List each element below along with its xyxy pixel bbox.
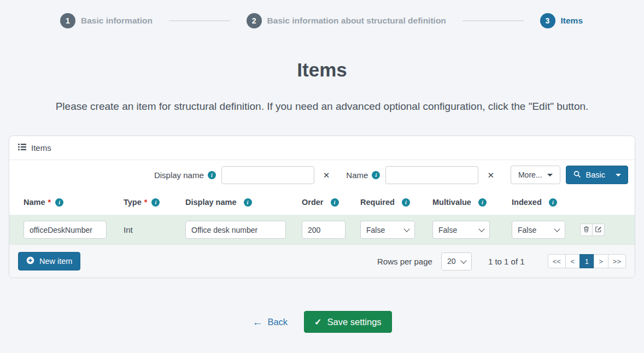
step-items[interactable]: 3 Items xyxy=(540,13,583,28)
info-icon[interactable] xyxy=(549,198,557,207)
clear-name-filter-button[interactable]: ✕ xyxy=(484,170,497,180)
clear-display-name-filter-button[interactable]: ✕ xyxy=(320,170,333,180)
display-name-filter-label: Display name xyxy=(154,170,216,180)
delete-item-button[interactable] xyxy=(580,223,593,236)
info-icon[interactable] xyxy=(478,198,487,207)
new-item-button[interactable]: New item xyxy=(18,252,80,270)
plus-circle-icon xyxy=(26,256,34,266)
panel-title: Items xyxy=(31,143,51,152)
pagination-first-button[interactable]: << xyxy=(548,254,566,268)
column-header-order: Order xyxy=(302,198,360,207)
name-filter-label: Name xyxy=(346,170,380,180)
step-label: Basic information about structural defin… xyxy=(267,16,446,26)
info-icon[interactable] xyxy=(331,198,339,207)
back-link[interactable]: ← Back xyxy=(252,317,288,327)
step-number-badge: 1 xyxy=(60,13,75,28)
caret-down-icon xyxy=(616,174,621,176)
item-order-input[interactable] xyxy=(302,221,346,239)
info-icon[interactable] xyxy=(55,198,63,207)
search-mode-label: Basic xyxy=(586,170,605,179)
close-icon: ✕ xyxy=(487,170,494,180)
item-indexed-select[interactable]: False xyxy=(512,221,565,239)
column-header-type: Type* xyxy=(124,198,185,207)
page-subtitle: Please create an item for structural def… xyxy=(0,101,644,113)
items-panel: Items Display name ✕ Name ✕ More... xyxy=(9,136,635,278)
step-connector-line xyxy=(462,20,524,21)
table-row: Int False False False xyxy=(9,215,635,244)
item-required-select[interactable]: False xyxy=(360,221,415,239)
edit-item-button[interactable] xyxy=(592,223,605,236)
step-basic-information[interactable]: 1 Basic information xyxy=(60,13,153,28)
pagination: << < 1 > >> xyxy=(548,254,626,268)
column-header-multivalue: Multivalue xyxy=(432,198,512,207)
search-icon xyxy=(573,170,581,180)
row-count-label: 1 to 1 of 1 xyxy=(488,257,525,266)
pagination-prev-button[interactable]: < xyxy=(565,254,580,268)
name-filter-input[interactable] xyxy=(385,166,478,184)
item-name-input[interactable] xyxy=(24,221,107,239)
required-asterisk: * xyxy=(48,198,51,207)
pagination-page-1-button[interactable]: 1 xyxy=(579,254,594,268)
column-header-name: Name* xyxy=(24,198,124,207)
step-structural-definition[interactable]: 2 Basic information about structural def… xyxy=(247,13,446,28)
edit-icon xyxy=(595,226,602,234)
pagination-next-button[interactable]: > xyxy=(594,254,608,268)
basic-search-button[interactable]: Basic xyxy=(566,166,628,184)
step-label: Basic information xyxy=(81,16,153,26)
close-icon: ✕ xyxy=(323,170,330,180)
more-filters-button[interactable]: More... xyxy=(511,166,560,184)
panel-footer: New item Rows per page 20 1 to 1 of 1 <<… xyxy=(9,244,635,278)
info-icon[interactable] xyxy=(208,171,216,179)
wizard-actions: ← Back ✓ Save settings xyxy=(0,311,644,333)
item-display-name-input[interactable] xyxy=(185,221,286,239)
table-header-row: Name* Type* Display name Order Required … xyxy=(9,190,635,215)
info-icon[interactable] xyxy=(372,171,380,179)
save-settings-button[interactable]: ✓ Save settings xyxy=(304,311,391,333)
trash-icon xyxy=(583,226,590,234)
row-actions xyxy=(580,223,626,236)
page-title: Items xyxy=(0,59,644,81)
step-connector-line xyxy=(169,20,230,21)
item-multivalue-select[interactable]: False xyxy=(432,221,490,239)
rows-per-page-label: Rows per page xyxy=(377,257,432,266)
wizard-stepper: 1 Basic information 2 Basic information … xyxy=(0,0,644,28)
info-icon[interactable] xyxy=(402,198,410,207)
display-name-filter-input[interactable] xyxy=(221,166,314,184)
rows-per-page-select[interactable]: 20 xyxy=(441,252,472,270)
pagination-last-button[interactable]: >> xyxy=(608,254,626,268)
arrow-left-icon: ← xyxy=(252,317,262,327)
filter-bar: Display name ✕ Name ✕ More... Basic xyxy=(9,160,635,190)
step-number-badge: 2 xyxy=(247,13,262,28)
step-number-badge: 3 xyxy=(540,13,555,28)
column-header-display-name: Display name xyxy=(185,198,302,207)
panel-header: Items xyxy=(9,136,635,160)
caret-down-icon xyxy=(547,174,553,176)
check-icon: ✓ xyxy=(314,317,321,327)
table-paging-controls: Rows per page 20 1 to 1 of 1 << < 1 > >> xyxy=(377,252,626,270)
list-icon xyxy=(18,143,26,152)
column-header-required: Required xyxy=(360,198,432,207)
item-type-value: Int xyxy=(124,225,185,234)
info-icon[interactable] xyxy=(151,198,160,207)
search-mode-dropdown[interactable] xyxy=(612,166,628,184)
required-asterisk: * xyxy=(144,198,148,207)
step-label: Items xyxy=(561,16,583,26)
info-icon[interactable] xyxy=(244,198,252,207)
column-header-indexed: Indexed xyxy=(512,198,580,207)
